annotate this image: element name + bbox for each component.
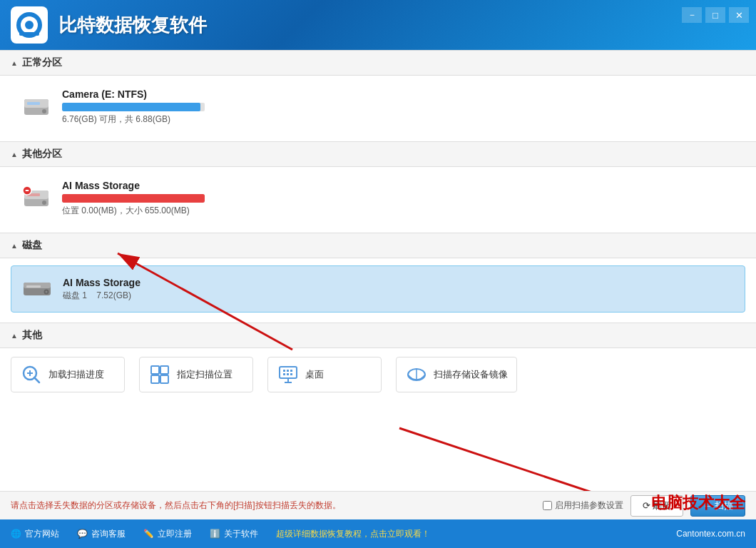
svg-point-10 [42,201,46,205]
svg-point-17 [46,291,48,293]
title-bar: 比特数据恢复软件 － □ ✕ [0,0,756,50]
section-normal-label: 正常分区 [22,56,62,69]
svg-rect-30 [290,370,292,372]
disk-ai-mass-info: AI Mass Storage 磁盘 1 7.52(GB) [63,277,141,302]
device-camera[interactable]: Camera (E: NTFS) 6.76(GB) 可用，共 6.88(GB) [11,83,745,131]
collapse-icon: ▲ [11,59,18,67]
section-normal-partition[interactable]: ▲ 正常分区 [0,50,756,76]
footer-about[interactable]: ℹ️ 关于软件 [210,528,258,540]
section-other-partition[interactable]: ▲ 其他分区 [0,141,756,167]
svg-rect-24 [160,366,168,374]
svg-rect-23 [151,366,159,374]
scan-params-checkbox[interactable] [543,501,552,510]
ai-mass-partition-name: AI Mass Storage [62,180,737,191]
minimize-button[interactable]: － [682,7,702,23]
ai-mass-partition-info: AI Mass Storage 位置 0.00(MB)，大小 655.00(MB… [62,180,737,217]
svg-line-20 [34,377,39,382]
svg-rect-27 [280,367,297,378]
ai-mass-progress-fill [62,194,205,203]
svg-point-2 [25,21,34,29]
main-content: ▲ 正常分区 Camera (E: NTFS) 6.76(GB) 可用，共 6.… [0,50,756,519]
watermark: 电脑技术大全 [651,492,745,514]
collapse-icon-2: ▲ [11,151,18,158]
section-other[interactable]: ▲ 其他 [0,323,756,348]
scan-params-label: 启用扫描参数设置 [555,499,623,512]
footer-about-label: 关于软件 [224,528,258,540]
ai-mass-progress-bar [62,194,205,203]
svg-rect-32 [287,373,289,375]
info-icon: ℹ️ [210,529,220,539]
footer-website[interactable]: 🌐 官方网站 [11,528,59,540]
section-other-label: 其他分区 [22,148,62,161]
svg-rect-25 [151,375,159,383]
action-storage-image[interactable]: 扫描存储设备镜像 [396,357,517,392]
collapse-icon-4: ▲ [11,332,18,340]
footer-promo-link[interactable]: 超级详细数据恢复教程，点击立即观看！ [276,528,658,540]
storage-image-icon [405,363,428,386]
status-bar: 请点击选择丢失数据的分区或存储设备，然后点击右下角的[扫描]按钮扫描丢失的数据。… [0,491,756,519]
action-load-scan-label: 加载扫描进度 [48,368,104,381]
camera-progress-bar [62,103,205,111]
disk-list: AI Mass Storage 磁盘 1 7.52(GB) [0,258,756,323]
footer-bar: 🌐 官方网站 💬 咨询客服 ✏️ 立即注册 ℹ️ 关于软件 超级详细数据恢复教程… [0,519,756,548]
svg-rect-33 [290,373,292,375]
disk-ai-mass-detail: 磁盘 1 7.52(GB) [63,290,141,302]
target-scan-icon [148,363,171,386]
svg-rect-13 [26,190,29,191]
svg-rect-18 [26,285,41,288]
footer-service[interactable]: 💬 咨询客服 [77,528,126,540]
svg-rect-28 [283,370,285,372]
section-disk-label: 磁盘 [22,239,42,252]
chat-icon: 💬 [77,529,88,539]
drive-icon [19,90,53,124]
action-specify-scan[interactable]: 指定扫描位置 [139,357,253,392]
disk-ai-mass[interactable]: AI Mass Storage 磁盘 1 7.52(GB) [11,265,745,313]
svg-rect-3 [19,32,39,36]
svg-rect-29 [287,370,289,372]
action-storage-image-label: 扫描存储设备镜像 [434,368,508,381]
device-ai-mass-partition[interactable]: AI Mass Storage 位置 0.00(MB)，大小 655.00(MB… [11,174,745,223]
app-logo [11,6,48,44]
svg-point-6 [42,109,46,113]
camera-device-info: Camera (E: NTFS) 6.76(GB) 可用，共 6.88(GB) [62,88,737,126]
action-specify-scan-label: 指定扫描位置 [177,368,233,381]
action-desktop-label: 桌面 [305,368,324,381]
window-controls: － □ ✕ [682,7,749,23]
desktop-icon [277,363,300,386]
disk-ai-mass-name: AI Mass Storage [63,277,141,288]
svg-rect-7 [27,102,40,105]
footer-website-label: 官方网站 [25,528,59,540]
status-hint-text: 请点击选择丢失数据的分区或存储设备，然后点击右下角的[扫描]按钮扫描丢失的数据。 [11,499,341,512]
section-other-actions-label: 其他 [22,329,42,342]
ai-mass-size-text: 位置 0.00(MB)，大小 655.00(MB) [62,205,737,217]
action-desktop[interactable]: 桌面 [267,357,382,392]
footer-brand: Cantontex.com.cn [676,529,745,539]
svg-rect-31 [283,373,285,375]
footer-service-label: 咨询客服 [91,528,126,540]
svg-rect-26 [160,375,168,383]
app-title: 比特数据恢复软件 [58,13,207,38]
other-partition-list: AI Mass Storage 位置 0.00(MB)，大小 655.00(MB… [0,167,756,233]
camera-progress-fill [62,103,200,111]
load-scan-icon [20,363,43,386]
maximize-button[interactable]: □ [705,7,725,23]
action-load-scan[interactable]: 加载扫描进度 [11,357,125,392]
camera-size-text: 6.76(GB) 可用，共 6.88(GB) [62,113,737,126]
ai-mass-partition-icon [19,181,53,215]
actions-grid: 加载扫描进度 指定扫描位置 [0,348,756,401]
register-icon: ✏️ [143,529,154,539]
section-disk[interactable]: ▲ 磁盘 [0,233,756,258]
footer-register-label: 立即注册 [158,528,192,540]
disk-icon [20,272,54,306]
collapse-icon-3: ▲ [11,242,18,250]
scan-params-checkbox-label[interactable]: 启用扫描参数设置 [543,499,623,512]
close-button[interactable]: ✕ [729,7,749,23]
footer-register[interactable]: ✏️ 立即注册 [143,528,192,540]
camera-device-name: Camera (E: NTFS) [62,88,737,100]
globe-icon: 🌐 [11,529,21,539]
normal-partition-list: Camera (E: NTFS) 6.76(GB) 可用，共 6.88(GB) [0,76,756,141]
